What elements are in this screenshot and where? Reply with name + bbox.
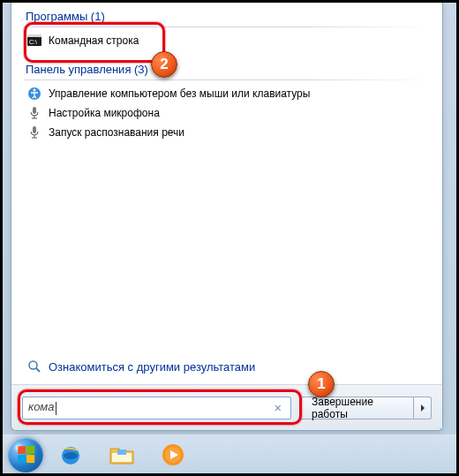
chevron-right-icon <box>419 404 426 412</box>
divider <box>24 79 430 80</box>
svg-line-8 <box>36 368 40 372</box>
svg-rect-1 <box>27 34 41 37</box>
cmd-icon: C:\ <box>27 34 41 48</box>
more-results-link[interactable]: Ознакомиться с другими результатами <box>24 356 259 377</box>
divider <box>24 26 430 27</box>
taskbar-media-player[interactable] <box>149 439 197 471</box>
svg-text:C:\: C:\ <box>29 39 37 45</box>
ease-of-access-icon <box>27 87 41 101</box>
svg-rect-6 <box>33 126 36 133</box>
internet-explorer-icon <box>58 442 83 467</box>
svg-rect-5 <box>33 107 36 114</box>
search-icon <box>27 359 41 374</box>
result-microphone[interactable]: Настройка микрофона <box>11 103 442 123</box>
control-panel-header: Панель управления (3) <box>11 56 442 78</box>
programs-header: Программы (1) <box>11 3 442 25</box>
search-text: кома <box>28 400 56 414</box>
svg-point-7 <box>29 361 37 369</box>
result-cmd[interactable]: C:\ Командная строка <box>11 31 442 50</box>
start-menu-panel: Программы (1) C:\ Командная строка Панел… <box>11 3 443 431</box>
file-explorer-icon <box>109 443 135 466</box>
shutdown-options-button[interactable] <box>414 397 432 419</box>
start-button[interactable] <box>8 437 43 472</box>
taskbar <box>3 434 456 473</box>
result-label: Командная строка <box>49 34 139 47</box>
shutdown-button[interactable]: Завершение работы <box>300 397 414 419</box>
result-label: Запуск распознавания речи <box>49 126 184 139</box>
result-accessibility[interactable]: Управление компьютером без мыши или клав… <box>11 84 442 103</box>
result-speech[interactable]: Запуск распознавания речи <box>11 123 442 142</box>
start-menu-footer: кома × Завершение работы <box>11 384 442 430</box>
taskbar-explorer[interactable] <box>98 439 146 471</box>
shutdown-label: Завершение работы <box>312 396 403 420</box>
svg-point-4 <box>34 89 36 92</box>
clear-search-button[interactable]: × <box>271 401 285 415</box>
media-player-icon <box>161 442 185 467</box>
search-box[interactable]: кома × <box>22 397 291 419</box>
more-results-label: Ознакомиться с другими результатами <box>49 360 255 374</box>
taskbar-ie[interactable] <box>47 439 94 471</box>
windows-logo-icon <box>18 446 34 464</box>
microphone-icon <box>27 125 41 140</box>
result-label: Управление компьютером без мыши или клав… <box>49 87 310 100</box>
svg-rect-11 <box>117 450 126 455</box>
microphone-icon <box>27 106 41 120</box>
result-label: Настройка микрофона <box>49 107 160 119</box>
